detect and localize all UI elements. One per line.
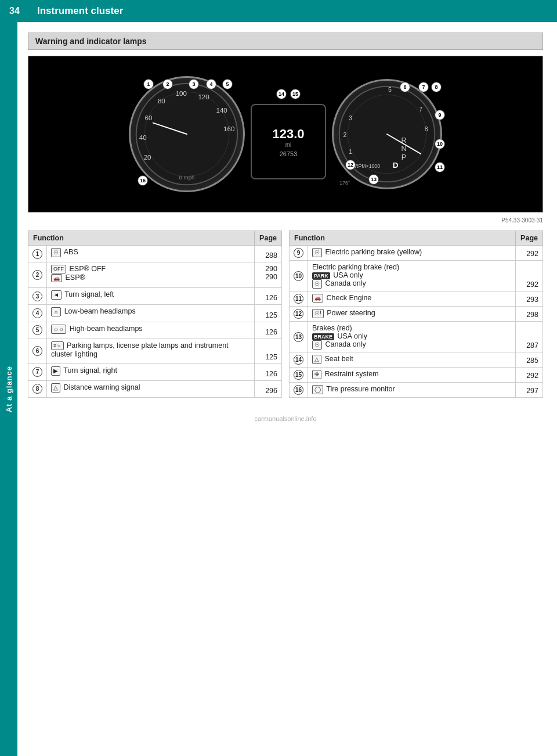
abs-icon: ☉ xyxy=(51,248,61,257)
svg-text:3: 3 xyxy=(349,114,352,121)
row-function: ✙ Restraint system xyxy=(308,368,516,383)
row-num: 11 xyxy=(290,291,308,307)
power-steering-icon: ☉! xyxy=(312,309,324,318)
parking-lamp-icon: ≡☼ xyxy=(51,341,64,350)
col-page-right: Page xyxy=(516,231,543,246)
row-num: 10 xyxy=(290,261,308,291)
table-row: 4 ☼ Low-beam headlamps 125 xyxy=(28,305,282,322)
row-page: 287 xyxy=(516,322,543,352)
row-function: Brakes (red) BRAKE USA only ☉ Canada onl… xyxy=(308,322,516,352)
function-table-right: Function Page 9 ☉ Electric parking brake… xyxy=(289,231,543,398)
check-engine-icon: 🚗 xyxy=(312,294,323,303)
row-page: 126 xyxy=(255,288,282,305)
callout-8: 8 xyxy=(431,82,442,92)
brake-canada-icon: ☉ xyxy=(312,340,322,350)
callout-5: 5 xyxy=(222,79,233,89)
row-page: 285 xyxy=(516,352,543,368)
row-page: 292 xyxy=(516,261,543,291)
row-page: 297 xyxy=(516,383,543,398)
esp-icon: 🚗 xyxy=(51,274,62,283)
row-page: 296 xyxy=(255,380,282,397)
row-num: 7 xyxy=(28,363,47,380)
svg-text:20: 20 xyxy=(144,153,151,161)
row-num: 5 xyxy=(28,322,47,339)
callout-9: 9 xyxy=(435,110,445,120)
turn-left-icon: ◄ xyxy=(51,290,62,300)
table-row: 10 Electric parking brake (red) PARK USA… xyxy=(290,261,543,291)
callout-13: 13 xyxy=(368,174,379,185)
col-function-left: Function xyxy=(28,231,255,246)
tachometer-gauge: 3 2 1 RPM×1000 5 7 8 R N P D xyxy=(332,79,442,189)
table-row: 5 ☼☼ High-beam headlamps 126 xyxy=(28,322,282,339)
svg-text:60: 60 xyxy=(145,114,153,121)
row-num: 9 xyxy=(290,246,308,261)
svg-text:120: 120 xyxy=(198,93,209,100)
speedometer-gauge: 20 40 60 80 100 120 140 160 0 mph xyxy=(129,76,245,192)
tire-pressure-icon: ◯ xyxy=(312,385,323,394)
row-page: 293 xyxy=(516,291,543,307)
low-beam-icon: ☼ xyxy=(51,307,61,316)
tables-row: Function Page 1 ☉ ABS 288 xyxy=(28,231,543,398)
sidebar-label: At a glance xyxy=(5,366,13,412)
table-row: 16 ◯ Tire pressure monitor 297 xyxy=(290,383,543,398)
table-row: 9 ☉ Electric parking brake (yellow) 292 xyxy=(290,246,543,261)
table-row: 7 ▶ Turn signal, right 126 xyxy=(28,363,282,380)
callout-16: 16 xyxy=(138,175,148,186)
sidebar: At a glance xyxy=(0,22,17,756)
page-layout: At a glance Warning and indicator lamps … xyxy=(0,22,557,756)
callout-11: 11 xyxy=(435,162,445,172)
row-num: 13 xyxy=(290,322,308,352)
center-display: 123.0 mi 26753 xyxy=(251,104,326,179)
row-function: ▶ Turn signal, right xyxy=(47,363,255,380)
table-row: 1 ☉ ABS 288 xyxy=(28,246,282,262)
row-function: △ Distance warning signal xyxy=(47,380,255,397)
row-num: 4 xyxy=(28,305,47,322)
table-row: 8 △ Distance warning signal 296 xyxy=(28,380,282,397)
row-function: ☉ ABS xyxy=(47,246,255,262)
svg-text:40: 40 xyxy=(139,134,147,141)
row-function: ≡☼ Parking lamps, license plate lamps an… xyxy=(47,339,255,363)
row-function: 🚗 Check Engine xyxy=(308,291,516,307)
callout-7: 7 xyxy=(418,82,429,92)
row-num: 14 xyxy=(290,352,308,368)
callout-4: 4 xyxy=(206,79,216,89)
row-page: 288 xyxy=(255,246,282,262)
row-function: Electric parking brake (red) PARK USA on… xyxy=(308,261,516,291)
row-function: ☉ Electric parking brake (yellow) xyxy=(308,246,516,261)
svg-text:1: 1 xyxy=(349,148,352,155)
page-number: 34 xyxy=(9,6,26,16)
row-page: 298 xyxy=(516,307,543,322)
svg-text:8: 8 xyxy=(425,125,428,132)
row-function: ◯ Tire pressure monitor xyxy=(308,383,516,398)
callout-2: 2 xyxy=(162,79,173,89)
row-page: 126 xyxy=(255,363,282,380)
row-num: 3 xyxy=(28,288,47,305)
svg-text:P: P xyxy=(402,153,406,161)
row-function: ◄ Turn signal, left xyxy=(47,288,255,305)
row-page: 125 xyxy=(255,339,282,363)
row-function: △ Seat belt xyxy=(308,352,516,368)
callout-15: 15 xyxy=(290,89,301,99)
row-function: ☼ Low-beam headlamps xyxy=(47,305,255,322)
cluster-image: 20 40 60 80 100 120 140 160 0 mph xyxy=(28,56,543,213)
restraint-icon: ✙ xyxy=(312,370,321,379)
row-page: 292 xyxy=(516,368,543,383)
odometer-readout: 26753 xyxy=(280,150,298,157)
callout-12: 12 xyxy=(345,160,356,170)
row-num: 12 xyxy=(290,307,308,322)
svg-text:176°: 176° xyxy=(339,180,350,186)
turn-right-icon: ▶ xyxy=(51,366,60,376)
speed-readout: 123.0 xyxy=(272,127,304,142)
svg-text:5: 5 xyxy=(388,86,392,93)
table-row: 13 Brakes (red) BRAKE USA only ☉ Canada … xyxy=(290,322,543,352)
row-num: 15 xyxy=(290,368,308,383)
row-page: 290290 xyxy=(255,262,282,288)
row-page: 125 xyxy=(255,305,282,322)
high-beam-icon: ☼☼ xyxy=(51,325,66,334)
header-bar: 34 Instrument cluster xyxy=(0,0,557,22)
callout-3: 3 xyxy=(189,79,199,89)
svg-text:2: 2 xyxy=(343,131,346,138)
table-row: 11 🚗 Check Engine 293 xyxy=(290,291,543,307)
svg-text:0 mph: 0 mph xyxy=(179,174,195,181)
svg-text:7: 7 xyxy=(419,106,422,113)
